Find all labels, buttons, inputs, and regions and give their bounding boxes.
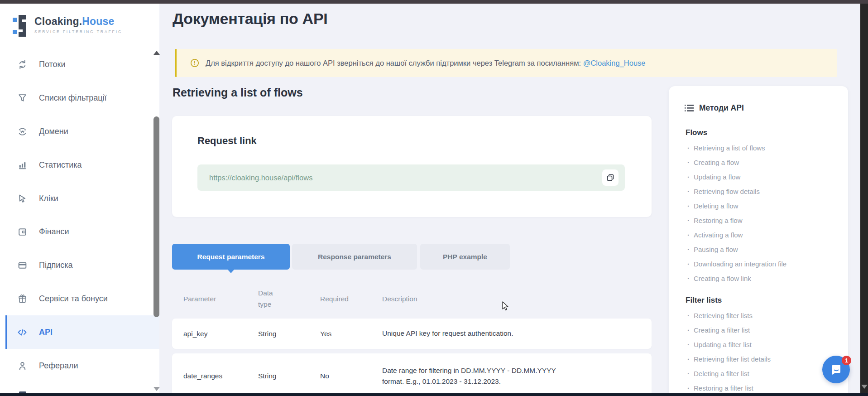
sidebar-item-label: API bbox=[39, 328, 53, 337]
active-tab-pointer bbox=[227, 269, 235, 273]
sidebar-item-subscription[interactable]: Підписка bbox=[5, 248, 159, 282]
scrollbar-down-arrow[interactable] bbox=[861, 385, 868, 389]
person-icon bbox=[17, 361, 27, 371]
bar-chart-icon bbox=[17, 160, 27, 170]
column-header-data-type: Data type bbox=[258, 288, 320, 309]
cursor-icon bbox=[17, 193, 27, 203]
filter-lists-method-list: Retrieving filter lists Creating a filte… bbox=[687, 309, 848, 396]
sidebar-scroll-down-arrow[interactable] bbox=[153, 387, 160, 391]
sidebar-item-label: Реферали bbox=[39, 361, 78, 371]
method-link[interactable]: Updating a filter list bbox=[687, 338, 848, 352]
list-icon bbox=[685, 104, 694, 112]
sidebar-item-flows[interactable]: Потоки bbox=[5, 48, 159, 81]
methods-panel-title: Методи API bbox=[699, 103, 744, 113]
tab-label: Response parameters bbox=[318, 253, 391, 261]
method-link[interactable]: Downloading an integration file bbox=[687, 257, 848, 271]
sidebar: Cloaking.House SERVICE FILTERING TRAFFIC… bbox=[0, 0, 159, 396]
tab-php-example[interactable]: PHP example bbox=[420, 244, 510, 270]
browser-scrollbar-track[interactable] bbox=[860, 0, 868, 396]
method-link[interactable]: Pausing a flow bbox=[687, 242, 848, 257]
wallet-icon bbox=[17, 227, 27, 237]
api-access-notice: Для відкриття доступу до нашого API звер… bbox=[175, 49, 837, 77]
mouse-cursor bbox=[502, 301, 511, 313]
sidebar-item-finances[interactable]: Фінанси bbox=[5, 215, 159, 248]
globe-icon bbox=[17, 126, 27, 136]
request-url-field[interactable]: https://cloaking.house/api/flows bbox=[197, 164, 625, 191]
tab-request-parameters[interactable]: Request parameters bbox=[172, 244, 290, 270]
telegram-link[interactable]: @Cloaking_House bbox=[583, 59, 646, 67]
logo-tagline: SERVICE FILTERING TRAFFIC bbox=[34, 29, 122, 34]
code-icon bbox=[17, 327, 27, 337]
tab-label: PHP example bbox=[443, 253, 487, 261]
method-link[interactable]: Restoring a flow bbox=[687, 213, 848, 228]
method-link[interactable]: Retrieving flow details bbox=[687, 184, 848, 199]
brand-primary: Cloaking. bbox=[34, 15, 82, 27]
table-row: date_ranges String No Date range for fil… bbox=[172, 353, 652, 396]
cloaking-house-logo-icon bbox=[13, 15, 31, 39]
notification-badge: 1 bbox=[842, 356, 851, 365]
sidebar-item-label: Підписка bbox=[39, 261, 73, 270]
method-link[interactable]: Creating a flow link bbox=[687, 271, 848, 286]
sidebar-item-services-bonuses[interactable]: Сервіси та бонуси bbox=[5, 282, 159, 315]
flows-method-list: Retrieving a list of flows Creating a fl… bbox=[687, 141, 848, 286]
chat-bubble-icon bbox=[830, 363, 843, 377]
sidebar-item-filter-lists[interactable]: Списки фільтрації bbox=[5, 81, 159, 115]
column-header-required: Required bbox=[320, 295, 382, 303]
sidebar-item-label: Статистика bbox=[39, 160, 82, 170]
tab-label: Request parameters bbox=[197, 253, 264, 261]
funnel-icon bbox=[17, 93, 27, 103]
window-top-bar bbox=[0, 0, 868, 4]
request-link-card: Request link https://cloaking.house/api/… bbox=[172, 116, 652, 217]
sidebar-scrollbar-thumb[interactable] bbox=[153, 116, 159, 317]
notice-text: Для відкриття доступу до нашого API звер… bbox=[206, 59, 645, 68]
brand-accent: House bbox=[82, 15, 114, 27]
method-link[interactable]: Retrieving a list of flows bbox=[687, 141, 848, 155]
sidebar-item-referrals[interactable]: Реферали bbox=[5, 349, 159, 382]
column-header-parameter: Parameter bbox=[183, 295, 258, 303]
sidebar-item-domains[interactable]: Домени bbox=[5, 115, 159, 148]
method-link[interactable]: Creating a flow bbox=[687, 155, 848, 170]
sidebar-item-label: Сервіси та бонуси bbox=[39, 294, 108, 304]
method-link[interactable]: Updating a flow bbox=[687, 170, 848, 184]
cell-required: No bbox=[320, 372, 382, 380]
params-table-header: Parameter Data type Required Description bbox=[172, 286, 652, 311]
group-heading-flows: Flows bbox=[686, 128, 848, 137]
gift-icon bbox=[17, 294, 27, 304]
sidebar-scroll-up-arrow[interactable] bbox=[153, 51, 160, 55]
cell-parameter: api_key bbox=[183, 330, 258, 338]
method-link[interactable]: Activating a flow bbox=[687, 228, 848, 242]
table-row: api_key String Yes Unique API key for re… bbox=[172, 319, 652, 349]
cell-description: Unique API key for request authenticatio… bbox=[382, 328, 577, 339]
sidebar-item-api[interactable]: API bbox=[5, 315, 159, 349]
sidebar-item-label: Кліки bbox=[39, 194, 58, 203]
sidebar-item-statistics[interactable]: Статистика bbox=[5, 148, 159, 182]
cell-description: Date range for filtering in DD.MM.YYYY -… bbox=[382, 365, 577, 387]
cell-data-type: String bbox=[258, 372, 320, 380]
column-header-description: Description bbox=[382, 295, 652, 303]
section-title: Retrieving a list of flows bbox=[173, 86, 303, 99]
window-bottom-bar bbox=[0, 393, 868, 396]
sidebar-item-label: Домени bbox=[39, 127, 68, 136]
method-link[interactable]: Retrieving filter lists bbox=[687, 309, 848, 323]
logo-text[interactable]: Cloaking.House SERVICE FILTERING TRAFFIC bbox=[34, 15, 122, 34]
api-methods-panel: Методи API Flows Retrieving a list of fl… bbox=[669, 86, 848, 396]
request-url: https://cloaking.house/api/flows bbox=[209, 174, 312, 182]
cell-data-type: String bbox=[258, 330, 320, 338]
sidebar-item-label: Фінанси bbox=[39, 227, 69, 237]
method-link[interactable]: Deleting a flow bbox=[687, 199, 848, 213]
sync-icon bbox=[17, 59, 27, 69]
cell-required: Yes bbox=[320, 330, 382, 338]
copy-icon bbox=[606, 174, 614, 182]
group-heading-filter-lists: Filter lists bbox=[686, 296, 848, 305]
request-link-title: Request link bbox=[197, 135, 257, 147]
sidebar-item-clicks[interactable]: Кліки bbox=[5, 182, 159, 215]
sidebar-item-label: Потоки bbox=[39, 60, 66, 69]
method-link[interactable]: Creating a filter list bbox=[687, 323, 848, 338]
chat-widget-button[interactable]: 1 bbox=[822, 356, 850, 383]
warning-circle-icon bbox=[190, 58, 199, 68]
copy-url-button[interactable] bbox=[602, 169, 619, 186]
cell-parameter: date_ranges bbox=[183, 372, 258, 380]
page-title: Документація по API bbox=[173, 10, 327, 28]
card-icon bbox=[17, 260, 27, 270]
tab-response-parameters[interactable]: Response parameters bbox=[292, 244, 417, 270]
